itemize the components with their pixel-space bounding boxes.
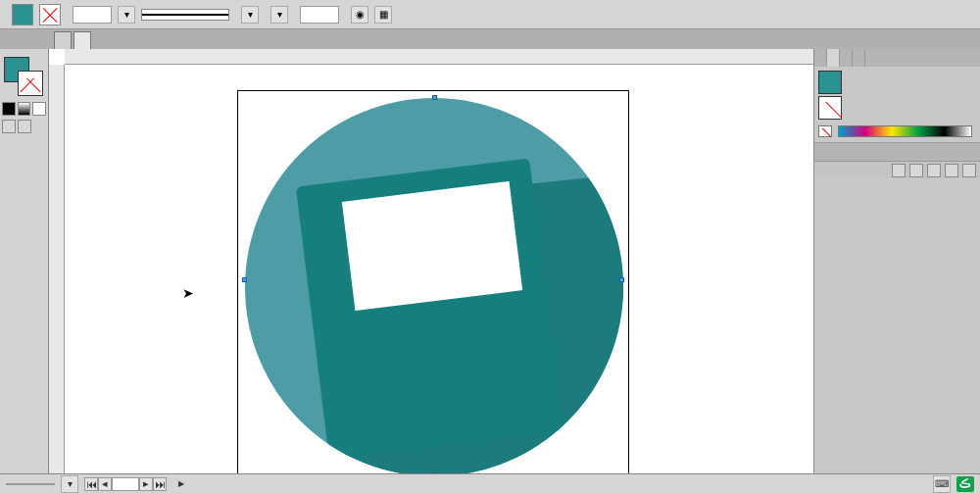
cursor-icon: ➤ — [182, 285, 194, 301]
fill-stroke-stack[interactable] — [4, 57, 43, 96]
selection-handle[interactable] — [619, 277, 624, 282]
stroke-width-stepper[interactable]: ▾ — [118, 6, 135, 24]
art-page[interactable] — [342, 181, 522, 311]
spectrum-bar[interactable] — [838, 125, 972, 137]
ime-brand-icon[interactable]: ڪ — [956, 476, 974, 492]
layers-footer — [814, 161, 980, 178]
next-artboard-icon[interactable]: ▸ — [139, 477, 153, 491]
tab-color[interactable] — [827, 49, 840, 67]
doc-tab-1[interactable] — [54, 31, 72, 49]
artboard-nav: ⏮ ◂ ▸ ⏭ — [84, 477, 167, 491]
make-clip-icon[interactable] — [909, 164, 923, 177]
artboard-number[interactable] — [112, 477, 139, 491]
screen-mode-normal-icon[interactable] — [2, 120, 16, 133]
prev-artboard-icon[interactable]: ◂ — [98, 477, 112, 491]
locate-object-icon[interactable] — [892, 164, 906, 177]
stroke-style-preview[interactable] — [141, 9, 229, 21]
document-tabs — [0, 29, 980, 49]
new-layer-icon[interactable] — [945, 164, 958, 177]
stroke-color-box[interactable] — [18, 71, 43, 96]
art-circle[interactable] — [245, 98, 623, 476]
status-bar: ▾ ⏮ ◂ ▸ ⏭ ▶ ⌨ ڪ — [0, 473, 980, 493]
doc-tab-2[interactable] — [74, 31, 91, 49]
color-panel — [814, 49, 980, 143]
stroke-width-input[interactable] — [73, 6, 112, 24]
zoom-dropdown-icon[interactable]: ▾ — [61, 475, 78, 493]
tab-stroke[interactable] — [853, 49, 865, 67]
workspace: ➤ — [0, 49, 980, 480]
toolbox — [0, 49, 49, 480]
ime-keyboard-icon[interactable]: ⌨ — [933, 475, 951, 493]
opacity-input[interactable] — [300, 6, 339, 24]
first-artboard-icon[interactable]: ⏮ — [84, 477, 98, 491]
selection-handle[interactable] — [432, 95, 437, 100]
align-icon[interactable]: ▦ — [374, 6, 392, 24]
canvas-viewport[interactable]: ➤ — [65, 65, 813, 480]
recolor-icon[interactable]: ◉ — [351, 6, 368, 24]
none-swatch-icon[interactable] — [818, 125, 832, 137]
last-artboard-icon[interactable]: ⏭ — [153, 477, 167, 491]
gradient-mode-icon[interactable] — [18, 102, 31, 116]
tab-appearance[interactable] — [840, 49, 853, 67]
ruler-horizontal[interactable] — [65, 49, 813, 65]
new-sublayer-icon[interactable] — [927, 164, 941, 177]
color-mode-icon[interactable] — [2, 102, 16, 116]
ruler-vertical[interactable] — [49, 65, 65, 480]
history-play-icon[interactable]: ▶ — [178, 479, 184, 488]
control-bar: ▾ ▾ ▾ ◉ ▦ — [0, 0, 980, 29]
none-mode-icon[interactable] — [32, 102, 46, 116]
color-preview[interactable] — [818, 71, 848, 120]
layers-panel — [814, 143, 980, 480]
artboard[interactable] — [237, 90, 629, 480]
selection-handle[interactable] — [242, 277, 247, 282]
graphic-style-dropdown[interactable]: ▾ — [270, 6, 288, 24]
zoom-input[interactable] — [6, 483, 55, 485]
fill-swatch[interactable] — [12, 4, 33, 25]
stroke-swatch[interactable] — [39, 4, 61, 25]
stroke-style-dropdown[interactable]: ▾ — [241, 6, 259, 24]
right-panels — [813, 49, 980, 480]
screen-mode-full-icon[interactable] — [18, 120, 31, 133]
canvas-area[interactable]: ➤ — [49, 49, 813, 480]
delete-layer-icon[interactable] — [962, 164, 976, 177]
tab-transparency[interactable] — [814, 49, 827, 67]
